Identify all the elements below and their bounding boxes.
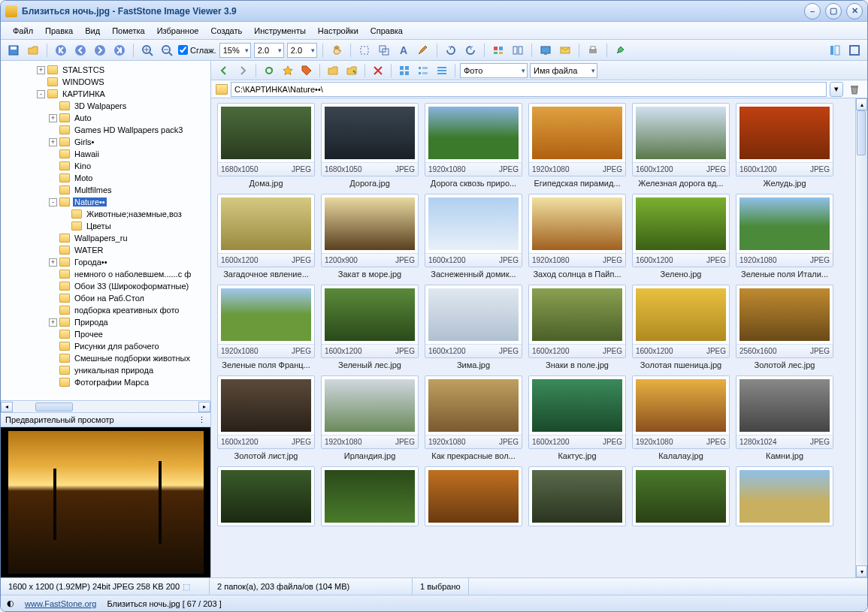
rotate-right-button[interactable] [462, 42, 479, 59]
settings-button[interactable] [612, 42, 629, 59]
thumbnail-item[interactable]: 1920x1080JPEGКак прекрасные вол... [425, 375, 522, 460]
tree-node[interactable]: WINDOWS [4, 76, 210, 88]
tree-node[interactable]: +Girls• [4, 136, 210, 148]
resize-button[interactable] [376, 42, 392, 59]
view-details-button[interactable] [434, 62, 450, 79]
thumbnail-item[interactable]: 1920x1080JPEGЗеленые поля Итали... [736, 194, 833, 279]
thumbnail-item[interactable]: 1600x1200JPEGЗагадочное явление... [217, 194, 315, 279]
compare-button[interactable] [510, 42, 526, 59]
thumbnail-item[interactable]: 1600x1200JPEGЗаснеженный домик... [425, 194, 522, 279]
tree-node[interactable]: +STALSTCS [4, 64, 210, 76]
tree-node[interactable]: немного о наболевшем......с ф [4, 268, 210, 280]
thumbnail-item[interactable] [632, 466, 730, 526]
tree-node[interactable]: +Auto [4, 112, 210, 124]
email-button[interactable] [557, 42, 573, 59]
view-list-button[interactable] [415, 62, 431, 79]
tree-node[interactable]: +Города•• [4, 256, 210, 268]
sort-combo[interactable]: Имя файла [530, 63, 597, 78]
zoom-out-button[interactable] [159, 42, 175, 59]
expand-button[interactable]: + [49, 114, 57, 122]
tree-node[interactable]: Hawaii [4, 148, 210, 160]
smooth-checkbox[interactable]: Сглаж. [178, 45, 216, 55]
menu-Файл[interactable]: Файл [7, 24, 39, 38]
rotate-left-button[interactable] [443, 42, 459, 59]
path-dropdown-button[interactable]: ▾ [830, 82, 843, 97]
tree-node[interactable]: подборка креативных фото [4, 304, 210, 316]
thumbnail-item[interactable]: 1920x1080JPEGКалалау.jpg [632, 375, 730, 460]
expand-button[interactable]: + [49, 138, 57, 146]
thumbnail-item[interactable]: 1920x1080JPEGДорога сквозь приро... [425, 103, 522, 188]
layout-button[interactable] [827, 42, 843, 59]
forward-button[interactable] [234, 62, 251, 79]
open-folder-button[interactable] [325, 62, 341, 79]
scroll-down-button[interactable]: ▾ [856, 565, 867, 577]
brush-button[interactable] [415, 42, 431, 59]
thumbnail-item[interactable]: 1600x1200JPEGКактус.jpg [528, 375, 626, 460]
favorite-button[interactable] [280, 62, 296, 79]
tree-node[interactable]: Животные;наземные,воз [4, 208, 210, 220]
zoom-in-button[interactable] [139, 42, 156, 59]
website-link[interactable]: www.FastStone.org [25, 599, 96, 608]
minimize-button[interactable]: – [804, 3, 821, 20]
thumbnail-item[interactable] [528, 466, 626, 526]
trash-button[interactable] [846, 81, 863, 98]
menu-Правка[interactable]: Правка [39, 24, 79, 38]
preview-pane[interactable] [1, 427, 210, 577]
tree-node[interactable]: Обои 33 (Широкоформатные) [4, 280, 210, 292]
tree-node[interactable]: Фотографии Марса [4, 376, 210, 388]
delete-button[interactable] [370, 62, 386, 79]
tree-node[interactable]: 3D Walpapers [4, 100, 210, 112]
next-button[interactable] [92, 42, 108, 59]
thumbnail-item[interactable]: 1680x1050JPEGДома.jpg [217, 103, 315, 188]
tree-node[interactable]: Multfilmes [4, 184, 210, 196]
expand-button[interactable]: - [49, 198, 57, 207]
path-input[interactable]: C:\КАРТИНКА\Nature••\ [231, 82, 827, 97]
thumbnail-item[interactable]: 1600x1200JPEGЗолотая пшеница.jpg [632, 285, 730, 369]
slideshow-button[interactable] [490, 42, 507, 59]
folder-tree[interactable]: +STALSTCSWINDOWS-КАРТИНКА3D Walpapers+Au… [1, 61, 210, 400]
wallpaper-button[interactable] [537, 42, 554, 59]
thumbnail-item[interactable]: 1920x1080JPEGЗаход солнца в Пайп... [528, 194, 626, 279]
menu-Пометка[interactable]: Пометка [106, 24, 151, 38]
tag-button[interactable] [298, 62, 315, 79]
tree-node[interactable]: -КАРТИНКА [4, 88, 210, 100]
scroll-left-button[interactable]: ◂ [1, 402, 13, 412]
menu-Инструменты[interactable]: Инструменты [248, 24, 312, 38]
refresh-button[interactable] [261, 62, 277, 79]
scroll-thumb[interactable] [35, 402, 73, 412]
scale2-combo[interactable]: 2.0 [287, 43, 317, 58]
expand-button[interactable]: + [37, 66, 45, 74]
thumbnail-item[interactable]: 1680x1050JPEGДорога.jpg [321, 103, 419, 188]
view-thumbs-button[interactable] [396, 62, 413, 79]
thumbnail-item[interactable]: 2560x1600JPEGЗолотой лес.jpg [736, 285, 833, 369]
last-button[interactable] [111, 42, 128, 59]
thumbnail-item[interactable]: 1600x1200JPEGЗолотой лист.jpg [217, 375, 315, 460]
thumbnail-item[interactable]: 1600x1200JPEGЖелудь.jpg [736, 103, 833, 188]
hand-tool-button[interactable] [328, 42, 345, 59]
fullscreen-button[interactable] [846, 42, 863, 59]
expand-button[interactable]: + [49, 258, 57, 267]
preview-menu-button[interactable]: ⋮ [198, 415, 206, 425]
tree-hscrollbar[interactable]: ◂ ▸ [1, 400, 210, 412]
print-button[interactable] [585, 42, 601, 59]
tree-node[interactable]: WATER [4, 244, 210, 256]
menu-Избранное[interactable]: Избранное [151, 24, 205, 38]
thumbnail-item[interactable]: 1600x1200JPEGЗнаки в поле.jpg [528, 285, 626, 369]
tree-node[interactable]: Wallpapers_ru [4, 232, 210, 244]
save-button[interactable] [5, 42, 22, 59]
tree-node[interactable]: уникальная природа [4, 364, 210, 376]
scroll-up-button[interactable]: ▴ [856, 98, 867, 110]
thumbnail-item[interactable] [736, 466, 833, 526]
menu-Создать[interactable]: Создать [204, 24, 248, 38]
thumbnail-item[interactable]: 1600x1200JPEGЗима.jpg [425, 285, 522, 369]
tree-node[interactable]: Рисунки для рабочего [4, 340, 210, 352]
back-button[interactable] [216, 62, 232, 79]
text-button[interactable]: A [395, 42, 412, 59]
maximize-button[interactable]: ▢ [825, 3, 842, 20]
thumbnail-item[interactable]: 1920x1080JPEGИрландия.jpg [321, 375, 419, 460]
thumbnail-item[interactable]: 1600x1200JPEGЗелено.jpg [632, 194, 730, 279]
first-button[interactable] [53, 42, 69, 59]
prev-button[interactable] [72, 42, 89, 59]
expand-button[interactable]: - [37, 90, 45, 98]
thumbs-vscrollbar[interactable]: ▴ ▾ [855, 98, 867, 577]
